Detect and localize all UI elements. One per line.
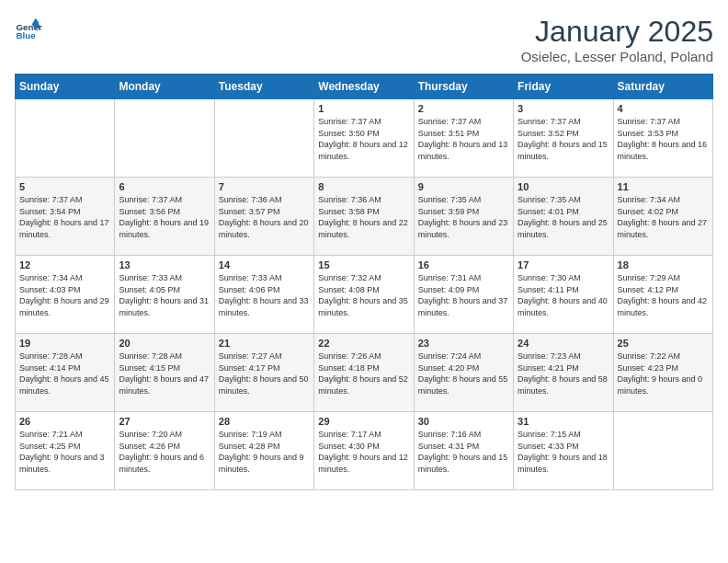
day-cell: 12Sunrise: 7:34 AM Sunset: 4:03 PM Dayli…	[16, 256, 115, 334]
day-info: Sunrise: 7:20 AM Sunset: 4:26 PM Dayligh…	[119, 429, 210, 475]
day-cell: 22Sunrise: 7:26 AM Sunset: 4:18 PM Dayli…	[314, 334, 414, 412]
day-number: 29	[318, 416, 409, 427]
day-info: Sunrise: 7:37 AM Sunset: 3:52 PM Dayligh…	[518, 116, 609, 162]
day-number: 19	[19, 338, 110, 349]
day-cell: 23Sunrise: 7:24 AM Sunset: 4:20 PM Dayli…	[414, 334, 513, 412]
week-row-1: 1Sunrise: 7:37 AM Sunset: 3:50 PM Daylig…	[16, 99, 713, 178]
day-number: 3	[518, 103, 609, 114]
day-info: Sunrise: 7:24 AM Sunset: 4:20 PM Dayligh…	[418, 350, 509, 396]
day-info: Sunrise: 7:32 AM Sunset: 4:08 PM Dayligh…	[318, 272, 409, 318]
day-number: 31	[518, 416, 609, 427]
day-info: Sunrise: 7:30 AM Sunset: 4:11 PM Dayligh…	[518, 272, 609, 318]
day-info: Sunrise: 7:26 AM Sunset: 4:18 PM Dayligh…	[318, 350, 409, 396]
day-info: Sunrise: 7:29 AM Sunset: 4:12 PM Dayligh…	[618, 272, 709, 318]
day-number: 25	[618, 338, 709, 349]
day-number: 27	[119, 416, 210, 427]
day-cell: 7Sunrise: 7:36 AM Sunset: 3:57 PM Daylig…	[214, 178, 313, 256]
week-row-5: 26Sunrise: 7:21 AM Sunset: 4:25 PM Dayli…	[16, 412, 713, 490]
day-number: 6	[119, 181, 210, 192]
day-number: 28	[219, 416, 310, 427]
day-info: Sunrise: 7:33 AM Sunset: 4:05 PM Dayligh…	[119, 272, 210, 318]
calendar-table: SundayMondayTuesdayWednesdayThursdayFrid…	[15, 74, 713, 490]
day-number: 26	[19, 416, 110, 427]
day-number: 15	[318, 259, 409, 270]
location-title: Osielec, Lesser Poland, Poland	[521, 49, 713, 64]
month-title: January 2025	[521, 15, 713, 49]
page-header: General Blue January 2025 Osielec, Lesse…	[15, 15, 713, 64]
day-number: 30	[418, 416, 509, 427]
col-header-wednesday: Wednesday	[314, 75, 414, 99]
day-info: Sunrise: 7:34 AM Sunset: 4:02 PM Dayligh…	[618, 194, 709, 240]
day-number: 20	[119, 338, 210, 349]
day-cell: 15Sunrise: 7:32 AM Sunset: 4:08 PM Dayli…	[314, 256, 414, 334]
day-info: Sunrise: 7:37 AM Sunset: 3:54 PM Dayligh…	[19, 194, 110, 240]
day-number: 23	[418, 338, 509, 349]
day-info: Sunrise: 7:21 AM Sunset: 4:25 PM Dayligh…	[19, 429, 110, 475]
day-info: Sunrise: 7:28 AM Sunset: 4:15 PM Dayligh…	[119, 350, 210, 396]
day-number: 8	[318, 181, 409, 192]
week-row-4: 19Sunrise: 7:28 AM Sunset: 4:14 PM Dayli…	[16, 334, 713, 412]
day-number: 11	[618, 181, 709, 192]
day-cell: 25Sunrise: 7:22 AM Sunset: 4:23 PM Dayli…	[613, 334, 712, 412]
day-cell: 26Sunrise: 7:21 AM Sunset: 4:25 PM Dayli…	[16, 412, 115, 490]
day-info: Sunrise: 7:37 AM Sunset: 3:56 PM Dayligh…	[119, 194, 210, 240]
day-cell: 2Sunrise: 7:37 AM Sunset: 3:51 PM Daylig…	[414, 99, 513, 178]
day-info: Sunrise: 7:23 AM Sunset: 4:21 PM Dayligh…	[518, 350, 609, 396]
day-cell: 21Sunrise: 7:27 AM Sunset: 4:17 PM Dayli…	[214, 334, 313, 412]
day-number: 7	[219, 181, 310, 192]
day-number: 21	[219, 338, 310, 349]
day-info: Sunrise: 7:28 AM Sunset: 4:14 PM Dayligh…	[19, 350, 110, 396]
day-number: 4	[618, 103, 709, 114]
title-block: January 2025 Osielec, Lesser Poland, Pol…	[521, 15, 713, 64]
day-info: Sunrise: 7:35 AM Sunset: 3:59 PM Dayligh…	[418, 194, 509, 240]
col-header-tuesday: Tuesday	[214, 75, 313, 99]
day-info: Sunrise: 7:22 AM Sunset: 4:23 PM Dayligh…	[618, 350, 709, 396]
day-info: Sunrise: 7:16 AM Sunset: 4:31 PM Dayligh…	[418, 429, 509, 475]
day-number: 24	[518, 338, 609, 349]
day-cell: 5Sunrise: 7:37 AM Sunset: 3:54 PM Daylig…	[16, 178, 115, 256]
day-info: Sunrise: 7:31 AM Sunset: 4:09 PM Dayligh…	[418, 272, 509, 318]
day-cell: 13Sunrise: 7:33 AM Sunset: 4:05 PM Dayli…	[115, 256, 214, 334]
day-cell: 29Sunrise: 7:17 AM Sunset: 4:30 PM Dayli…	[314, 412, 414, 490]
day-cell: 17Sunrise: 7:30 AM Sunset: 4:11 PM Dayli…	[514, 256, 613, 334]
day-cell	[613, 412, 712, 490]
day-number: 22	[318, 338, 409, 349]
day-number: 12	[19, 259, 110, 270]
day-info: Sunrise: 7:17 AM Sunset: 4:30 PM Dayligh…	[318, 429, 409, 475]
day-info: Sunrise: 7:15 AM Sunset: 4:33 PM Dayligh…	[518, 429, 609, 475]
week-row-3: 12Sunrise: 7:34 AM Sunset: 4:03 PM Dayli…	[16, 256, 713, 334]
day-cell: 1Sunrise: 7:37 AM Sunset: 3:50 PM Daylig…	[314, 99, 414, 178]
day-number: 18	[618, 259, 709, 270]
day-cell: 30Sunrise: 7:16 AM Sunset: 4:31 PM Dayli…	[414, 412, 513, 490]
day-cell: 24Sunrise: 7:23 AM Sunset: 4:21 PM Dayli…	[514, 334, 613, 412]
col-header-sunday: Sunday	[16, 75, 115, 99]
day-info: Sunrise: 7:36 AM Sunset: 3:58 PM Dayligh…	[318, 194, 409, 240]
day-number: 2	[418, 103, 509, 114]
day-cell: 10Sunrise: 7:35 AM Sunset: 4:01 PM Dayli…	[514, 178, 613, 256]
day-cell: 20Sunrise: 7:28 AM Sunset: 4:15 PM Dayli…	[115, 334, 214, 412]
col-header-friday: Friday	[514, 75, 613, 99]
logo: General Blue	[15, 15, 42, 42]
day-number: 9	[418, 181, 509, 192]
day-number: 10	[518, 181, 609, 192]
day-info: Sunrise: 7:34 AM Sunset: 4:03 PM Dayligh…	[19, 272, 110, 318]
svg-text:Blue: Blue	[17, 30, 37, 40]
day-cell: 9Sunrise: 7:35 AM Sunset: 3:59 PM Daylig…	[414, 178, 513, 256]
day-number: 17	[518, 259, 609, 270]
day-info: Sunrise: 7:36 AM Sunset: 3:57 PM Dayligh…	[219, 194, 310, 240]
col-header-thursday: Thursday	[414, 75, 513, 99]
day-info: Sunrise: 7:33 AM Sunset: 4:06 PM Dayligh…	[219, 272, 310, 318]
day-cell: 14Sunrise: 7:33 AM Sunset: 4:06 PM Dayli…	[214, 256, 313, 334]
day-number: 5	[19, 181, 110, 192]
day-info: Sunrise: 7:35 AM Sunset: 4:01 PM Dayligh…	[518, 194, 609, 240]
col-header-monday: Monday	[115, 75, 214, 99]
day-number: 1	[318, 103, 409, 114]
day-cell	[16, 99, 115, 178]
day-cell: 27Sunrise: 7:20 AM Sunset: 4:26 PM Dayli…	[115, 412, 214, 490]
day-cell	[115, 99, 214, 178]
day-cell: 4Sunrise: 7:37 AM Sunset: 3:53 PM Daylig…	[613, 99, 712, 178]
header-row: SundayMondayTuesdayWednesdayThursdayFrid…	[16, 75, 713, 99]
day-cell: 18Sunrise: 7:29 AM Sunset: 4:12 PM Dayli…	[613, 256, 712, 334]
day-cell: 16Sunrise: 7:31 AM Sunset: 4:09 PM Dayli…	[414, 256, 513, 334]
day-info: Sunrise: 7:19 AM Sunset: 4:28 PM Dayligh…	[219, 429, 310, 475]
